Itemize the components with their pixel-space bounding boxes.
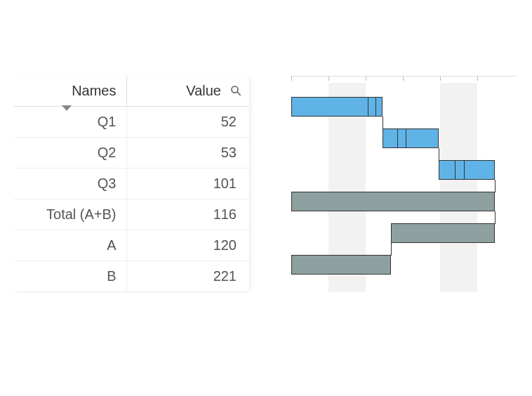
row-value: 52 [126, 107, 249, 138]
waterfall-chart [291, 76, 516, 292]
column-header-value[interactable]: Value [126, 76, 249, 107]
row-value: 120 [126, 230, 249, 261]
row-name: A [14, 230, 126, 261]
row-name: Q1 [14, 107, 126, 138]
chart-bar-a [291, 222, 516, 253]
filter-indicator-icon [62, 105, 72, 111]
chart-bar-total [291, 190, 516, 222]
table-row[interactable]: Q1 52 [14, 107, 249, 138]
row-value: 101 [126, 169, 249, 199]
data-table: Names Value Q1 52 [14, 76, 249, 292]
svg-line-1 [237, 92, 241, 95]
row-name: Total (A+B) [14, 199, 126, 230]
table-row[interactable]: B 221 [14, 261, 249, 292]
row-value: 221 [126, 261, 249, 292]
row-value: 116 [126, 199, 249, 230]
table-row[interactable]: A 120 [14, 230, 249, 261]
row-name: B [14, 261, 126, 292]
search-icon[interactable] [230, 84, 242, 97]
table-row[interactable]: Q2 53 [14, 138, 249, 169]
chart-bar-b [291, 253, 516, 285]
chart-bar-q1 [291, 95, 516, 127]
column-header-names[interactable]: Names [14, 76, 126, 107]
chart-rows [291, 95, 516, 285]
chart-bar-q3 [291, 159, 516, 190]
row-name: Q3 [14, 169, 126, 199]
table-row[interactable]: Q3 101 [14, 169, 249, 199]
header-row: Names Value [14, 76, 249, 107]
table-row[interactable]: Total (A+B) 116 [14, 199, 249, 230]
chart-bar-q2 [291, 127, 516, 159]
chart-axis [291, 76, 516, 83]
row-value: 53 [126, 138, 249, 169]
row-name: Q2 [14, 138, 126, 169]
svg-point-0 [232, 86, 238, 93]
column-header-value-label: Value [186, 83, 221, 98]
